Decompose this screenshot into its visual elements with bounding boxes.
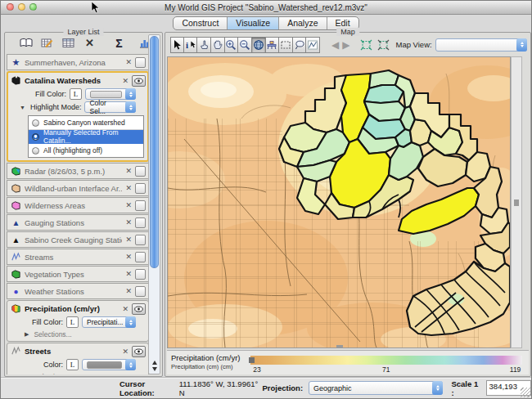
stepper-icon xyxy=(125,101,136,113)
map-canvas[interactable] xyxy=(167,56,511,348)
mouse-cursor xyxy=(91,2,100,14)
layer-row-weather[interactable]: ● Weather Stations ✕ xyxy=(7,283,149,299)
radio-icon xyxy=(32,147,39,155)
disclosure-right-icon[interactable]: ▶ xyxy=(25,331,29,338)
projection-dropdown[interactable]: Geographic xyxy=(309,381,443,395)
layer-row-vegetation[interactable]: Vegetation Types ✕ xyxy=(7,266,149,282)
map-side-track[interactable] xyxy=(511,56,522,348)
map-canvas-svg[interactable] xyxy=(168,57,510,347)
visibility-checkbox[interactable] xyxy=(135,183,146,194)
remove-layer-button[interactable]: ✕ xyxy=(125,270,132,278)
legend-button[interactable]: L xyxy=(66,359,79,370)
visibility-checkbox[interactable] xyxy=(135,252,146,262)
globe-tool-button[interactable] xyxy=(252,37,266,53)
visibility-checkbox[interactable] xyxy=(135,166,146,177)
tab-construct[interactable]: Construct xyxy=(174,17,228,29)
overview-table-icon xyxy=(266,39,277,51)
layer-row-wildland[interactable]: Wildland-urban Interface Ar... ✕ xyxy=(7,180,149,196)
tab-visualize[interactable]: Visualize xyxy=(228,17,279,29)
layer-row-wilderness[interactable]: Wilderness Areas ✕ xyxy=(7,197,149,213)
layer-row-radar[interactable]: Radar (8/26/03, 5 p.m.) ✕ xyxy=(7,163,149,179)
zoom-to-extent-button[interactable] xyxy=(359,38,373,52)
radio-option-manual[interactable]: Manually Selected From Catalin... xyxy=(29,130,143,144)
remove-layer-button[interactable]: ✕ xyxy=(125,218,132,226)
wilderness-polygon-icon xyxy=(10,200,22,211)
fill-color-dropdown[interactable]: Precipitati... xyxy=(82,316,136,328)
visibility-checkbox[interactable] xyxy=(135,200,146,211)
layer-block-catalina[interactable]: Catalina Watersheds ✕ Fill Color: L ▼ Hi… xyxy=(7,71,149,162)
scroll-up-icon[interactable] xyxy=(152,361,157,365)
edit-table-icon[interactable] xyxy=(40,37,54,49)
disclosure-right-icon[interactable]: ▶ xyxy=(25,374,29,375)
highlight-mode-dropdown[interactable]: Color Sel... xyxy=(84,101,136,113)
zoom-out-tool-button[interactable] xyxy=(238,37,252,53)
profile-graph-tool-button[interactable] xyxy=(306,37,320,53)
cursor-location-label: Cursor Location: xyxy=(119,379,177,397)
remove-layer-button[interactable]: ✕ xyxy=(122,305,128,313)
tab-analyze[interactable]: Analyze xyxy=(279,17,327,29)
selections-label[interactable]: Selections... xyxy=(34,330,71,338)
layer-row-streams[interactable]: Streams ✕ xyxy=(7,249,149,265)
fill-color-label: Fill Color: xyxy=(32,318,63,326)
zoom-window-button[interactable] xyxy=(29,3,37,11)
visibility-checkbox[interactable] xyxy=(135,217,146,228)
disclosure-down-icon[interactable]: ▼ xyxy=(20,105,25,110)
map-back-button[interactable]: ◀ xyxy=(331,39,339,51)
pan-hand-tool-button[interactable] xyxy=(211,37,225,53)
fill-color-dropdown[interactable] xyxy=(85,88,136,100)
selections-label[interactable]: Selections... xyxy=(34,373,71,375)
scrollbar-thumb[interactable] xyxy=(150,36,159,268)
layer-block-precipitation[interactable]: Precipitation (cm/yr) ✕ Fill Color: L Pr… xyxy=(7,300,149,342)
marquee-select-tool-button[interactable] xyxy=(279,37,293,53)
balloon-select-tool-button[interactable] xyxy=(293,37,307,53)
pointer-tool-button[interactable] xyxy=(170,37,184,53)
visibility-checkbox[interactable] xyxy=(135,57,146,68)
minimize-window-button[interactable] xyxy=(18,3,25,11)
delete-layer-icon[interactable]: ✕ xyxy=(83,37,97,49)
window-titlebar[interactable]: My World GIS Project "Sabino_Watershed_r… xyxy=(1,1,531,15)
legend-button[interactable]: L xyxy=(66,316,79,328)
layer-list-scrollbar[interactable] xyxy=(148,34,160,374)
identify-tool-button[interactable]: i xyxy=(184,37,198,53)
balloon-icon xyxy=(294,39,305,51)
visibility-checkbox[interactable] xyxy=(135,286,146,297)
scroll-down-icon[interactable] xyxy=(152,367,157,371)
radio-option-all[interactable]: All (highlighting off) xyxy=(29,144,143,157)
open-table-book-icon[interactable] xyxy=(19,37,33,49)
layer-row-gauging[interactable]: ▲ Gauging Stations ✕ xyxy=(7,214,149,231)
close-window-button[interactable] xyxy=(7,3,14,11)
remove-layer-button[interactable]: ✕ xyxy=(125,58,132,66)
layer-row-summerhaven[interactable]: ★ Summerhaven, Arizona ✕ xyxy=(7,54,149,70)
remove-layer-button[interactable]: ✕ xyxy=(125,235,132,244)
zoom-in-tool-button[interactable] xyxy=(225,37,239,53)
remove-layer-button[interactable]: ✕ xyxy=(125,184,132,192)
show-table-icon[interactable] xyxy=(61,37,75,49)
select-hand-tool-button[interactable] xyxy=(197,37,211,53)
remove-layer-button[interactable]: ✕ xyxy=(122,77,128,85)
visibility-eye-button[interactable] xyxy=(132,75,146,87)
layer-row-sabino-gauging[interactable]: ▲ Sabino Creek Gauging Stations ✕ xyxy=(7,231,149,248)
traffic-lights xyxy=(7,3,37,11)
remove-layer-button[interactable]: ✕ xyxy=(125,201,132,209)
remove-layer-button[interactable]: ✕ xyxy=(122,347,128,356)
resize-grip[interactable] xyxy=(521,388,530,397)
visibility-checkbox[interactable] xyxy=(135,269,146,280)
app-window: My World GIS Project "Sabino_Watershed_r… xyxy=(0,0,532,399)
layer-block-streets[interactable]: Streets ✕ Color: L ▶ Selections... xyxy=(7,343,149,374)
map-side-nub xyxy=(514,200,519,206)
color-dropdown[interactable] xyxy=(82,359,136,370)
remove-layer-button[interactable]: ✕ xyxy=(125,287,132,295)
visibility-checkbox[interactable] xyxy=(135,235,146,245)
projection-label: Projection: xyxy=(262,383,303,392)
legend-button[interactable]: L xyxy=(70,88,82,100)
remove-layer-button[interactable]: ✕ xyxy=(125,167,132,175)
visibility-eye-button[interactable] xyxy=(132,303,146,315)
map-forward-button[interactable]: ▶ xyxy=(342,39,349,51)
map-view-dropdown[interactable] xyxy=(435,38,527,52)
overview-table-tool-button[interactable] xyxy=(266,37,280,53)
remove-layer-button[interactable]: ✕ xyxy=(125,253,132,261)
zoom-to-selection-button[interactable] xyxy=(376,38,390,52)
map-title: Map xyxy=(336,28,359,36)
visibility-eye-button[interactable] xyxy=(132,346,146,357)
statistics-sigma-icon[interactable]: Σ xyxy=(112,37,126,49)
